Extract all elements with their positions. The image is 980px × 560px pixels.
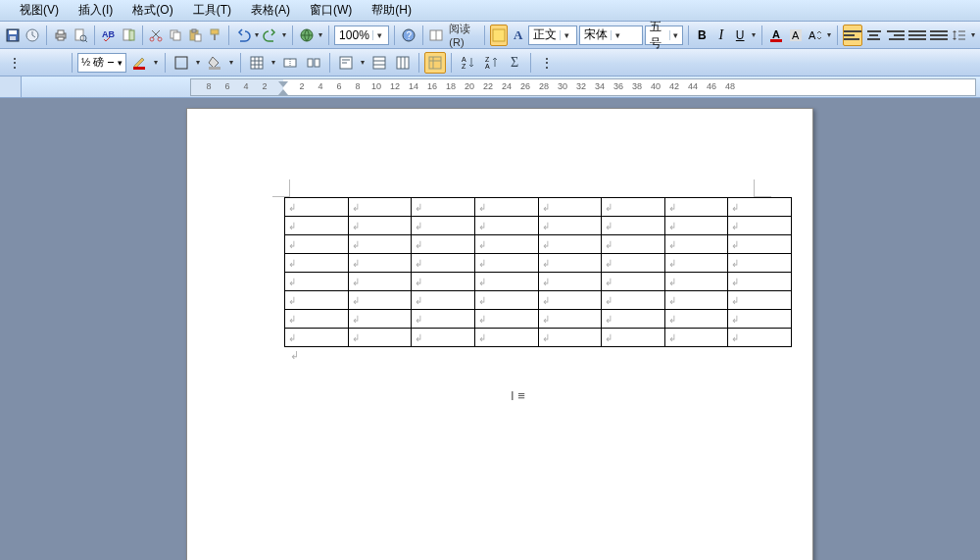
table-cell[interactable]: ↲: [664, 291, 728, 310]
table-cell[interactable]: ↲: [348, 310, 412, 329]
table-cell[interactable]: ↲: [538, 329, 602, 347]
distribute-cols-button[interactable]: [392, 52, 414, 74]
border-color-button[interactable]: [128, 52, 150, 74]
table-cell[interactable]: ↲: [348, 235, 412, 254]
table-row[interactable]: ↲↲↲↲↲↲↲↲: [285, 329, 792, 347]
hyperlink-icon[interactable]: [298, 25, 316, 46]
shading-color-button[interactable]: [204, 52, 225, 74]
table-cell[interactable]: ↲: [285, 254, 349, 273]
more-buttons-icon[interactable]: ⋮: [4, 52, 25, 74]
line-weight-combo[interactable]: ½ 磅 ▾: [77, 53, 126, 73]
indent-marker[interactable]: [278, 81, 288, 95]
underline-button[interactable]: U: [731, 25, 748, 46]
table-cell[interactable]: ↲: [538, 217, 602, 235]
table-cell[interactable]: ↲: [285, 291, 349, 310]
toolbar-options-icon[interactable]: ⋮: [536, 52, 558, 74]
table-cell[interactable]: ↲: [602, 310, 665, 329]
char-shading-button[interactable]: A: [787, 25, 805, 46]
align-right-button[interactable]: [886, 25, 906, 46]
table-cell[interactable]: ↲: [412, 217, 475, 235]
table-cell[interactable]: ↲: [664, 329, 728, 347]
table-cell[interactable]: ↲: [728, 310, 792, 329]
table-cell[interactable]: ↲: [285, 329, 349, 347]
table-cell[interactable]: ↲: [664, 310, 728, 329]
table-cell[interactable]: ↲: [664, 273, 728, 291]
shading-dropdown[interactable]: ▾: [227, 58, 235, 67]
menu-window[interactable]: 窗口(W): [302, 0, 360, 21]
table-cell[interactable]: ↲: [728, 198, 792, 217]
print-preview-icon[interactable]: [72, 25, 89, 46]
permission-icon[interactable]: [24, 25, 41, 46]
spellcheck-icon[interactable]: AB: [100, 25, 118, 46]
horizontal-ruler[interactable]: 8642246810121416182022242628303234363840…: [190, 78, 976, 96]
sort-asc-button[interactable]: AZ: [457, 52, 478, 74]
print-icon[interactable]: [52, 25, 70, 46]
menu-help[interactable]: 帮助(H): [364, 0, 419, 21]
align-justify-button[interactable]: [907, 25, 927, 46]
autosum-button[interactable]: Σ: [504, 52, 525, 74]
highlight-icon[interactable]: [490, 25, 508, 46]
table-cell[interactable]: ↲: [474, 235, 538, 254]
line-spacing-button[interactable]: [951, 25, 968, 46]
line-spacing-dropdown[interactable]: ▾: [970, 30, 976, 39]
table-cell[interactable]: ↲: [348, 329, 412, 347]
split-cells-button[interactable]: [303, 52, 324, 74]
chevron-down-icon[interactable]: ▾: [669, 30, 679, 40]
table-row[interactable]: ↲↲↲↲↲↲↲↲: [285, 310, 792, 329]
page[interactable]: ↲↲↲↲↲↲↲↲↲↲↲↲↲↲↲↲↲↲↲↲↲↲↲↲↲↲↲↲↲↲↲↲↲↲↲↲↲↲↲↲…: [186, 108, 813, 560]
autoformat-button[interactable]: [424, 52, 446, 74]
table-row[interactable]: ↲↲↲↲↲↲↲↲: [285, 217, 792, 235]
table-cell[interactable]: ↲: [728, 217, 792, 235]
align-left-button[interactable]: [843, 25, 862, 46]
table-cell[interactable]: ↲: [602, 291, 665, 310]
save-icon[interactable]: [4, 25, 22, 46]
table-cell[interactable]: ↲: [538, 291, 602, 310]
table-row[interactable]: ↲↲↲↲↲↲↲↲: [285, 198, 792, 217]
menu-format[interactable]: 格式(O): [124, 0, 180, 21]
redo-icon[interactable]: [262, 25, 279, 46]
bold-button[interactable]: B: [694, 25, 710, 46]
table-cell[interactable]: ↲: [538, 254, 602, 273]
table-cell[interactable]: ↲: [412, 273, 475, 291]
chevron-down-icon[interactable]: ▾: [372, 30, 386, 40]
table-cell[interactable]: ↲: [602, 273, 665, 291]
table-row[interactable]: ↲↲↲↲↲↲↲↲: [285, 291, 792, 310]
table-cell[interactable]: ↲: [538, 273, 602, 291]
table-cell[interactable]: ↲: [602, 254, 665, 273]
paste-icon[interactable]: [186, 25, 204, 46]
cell-align-button[interactable]: [335, 52, 357, 74]
style-combo[interactable]: 正文 ▾: [528, 25, 577, 45]
format-painter-icon[interactable]: [206, 25, 223, 46]
table-cell[interactable]: ↲: [664, 235, 728, 254]
table-row[interactable]: ↲↲↲↲↲↲↲↲: [285, 254, 792, 273]
table-cell[interactable]: ↲: [285, 273, 349, 291]
insert-table-dropdown[interactable]: ▾: [270, 58, 277, 67]
table-cell[interactable]: ↲: [728, 273, 792, 291]
table-cell[interactable]: ↲: [412, 329, 475, 347]
font-combo[interactable]: 宋体 ▾: [579, 25, 643, 45]
table-cell[interactable]: ↲: [728, 291, 792, 310]
table-cell[interactable]: ↲: [474, 198, 538, 217]
align-center-button[interactable]: [864, 25, 884, 46]
font-color-button[interactable]: A: [767, 25, 785, 46]
chevron-down-icon[interactable]: ▾: [560, 30, 573, 40]
undo-dropdown[interactable]: ▾: [254, 30, 260, 39]
cell-align-dropdown[interactable]: ▾: [359, 58, 367, 67]
sort-desc-button[interactable]: ZA: [480, 52, 502, 74]
char-scaling-button[interactable]: A: [807, 25, 824, 46]
font-size-combo[interactable]: 五号 ▾: [645, 25, 683, 45]
menu-view[interactable]: 视图(V): [12, 0, 67, 21]
copy-icon[interactable]: [167, 25, 184, 46]
table-cell[interactable]: ↲: [664, 254, 728, 273]
table-cell[interactable]: ↲: [602, 329, 665, 347]
redo-dropdown[interactable]: ▾: [281, 30, 287, 39]
menu-tools[interactable]: 工具(T): [185, 0, 239, 21]
align-distribute-button[interactable]: [929, 25, 949, 46]
cut-icon[interactable]: [147, 25, 165, 46]
table-cell[interactable]: ↲: [412, 291, 475, 310]
underline-dropdown[interactable]: ▾: [751, 30, 757, 39]
table-cell[interactable]: ↲: [474, 329, 538, 347]
table-cell[interactable]: ↲: [602, 235, 665, 254]
insert-table-button[interactable]: [246, 52, 268, 74]
table-cell[interactable]: ↲: [664, 198, 728, 217]
